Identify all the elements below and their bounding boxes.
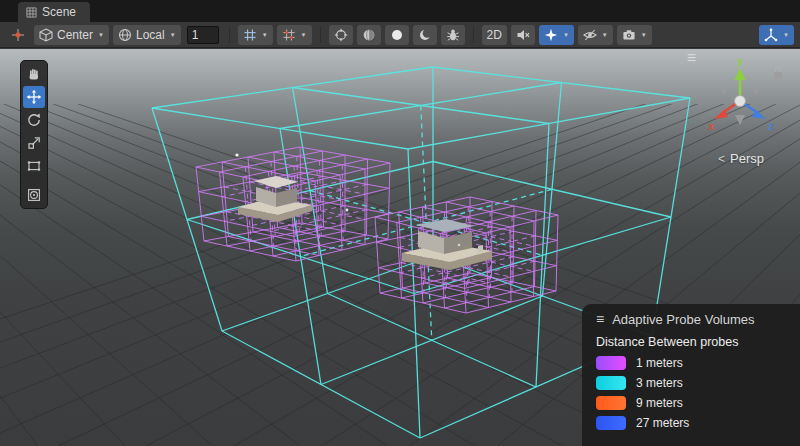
gizmos-toggle-button[interactable]	[329, 25, 353, 45]
legend-label: 1 meters	[636, 356, 683, 370]
debug-button[interactable]	[441, 25, 465, 45]
projection-toggle[interactable]: < Persp	[718, 151, 764, 166]
unity-scene-window: Scene Center ▼ Local ▼	[0, 0, 800, 446]
rotate-icon	[26, 112, 42, 128]
adaptive-probe-volumes-panel: ≡ Adaptive Probe Volumes Distance Betwee…	[582, 304, 800, 446]
legend-row: 27 meters	[596, 416, 786, 430]
toolbar-separator	[229, 27, 230, 43]
rotate-tool-button[interactable]	[23, 109, 45, 131]
scene-lighting-button[interactable]	[385, 25, 409, 45]
grid-tab-icon	[26, 7, 37, 18]
axis-orientation-gizmo[interactable]: y x z	[704, 55, 788, 139]
scale-tool-button[interactable]	[23, 132, 45, 154]
axis-label-z: z	[769, 121, 774, 132]
pivot-mode-label: Center	[57, 25, 93, 45]
chevron-down-icon: ▼	[170, 32, 176, 38]
legend-swatch	[596, 356, 626, 370]
probe-panel-header[interactable]: ≡ Adaptive Probe Volumes	[582, 304, 800, 332]
camera-overlay-dropdown[interactable]: ▼	[617, 25, 652, 45]
legend-label: 27 meters	[636, 416, 689, 430]
snap-settings-dropdown[interactable]: ▼	[277, 25, 312, 45]
axis-tripod-icon	[764, 28, 778, 42]
scene-visibility-dropdown[interactable]: ▼	[578, 25, 613, 45]
legend-swatch	[596, 416, 626, 430]
tool-settings-icon	[11, 28, 25, 42]
rect-icon	[26, 158, 42, 174]
snap-grid-icon	[282, 28, 296, 42]
legend-row: 9 meters	[596, 396, 786, 410]
hand-tool-button[interactable]	[23, 63, 45, 85]
orientation-label: Local	[136, 25, 165, 45]
snap-increment-input[interactable]	[187, 26, 219, 44]
2d-mode-label: 2D	[487, 25, 502, 45]
effects-dropdown[interactable]: ▼	[539, 25, 574, 45]
sparkle-icon	[544, 28, 558, 42]
tool-palette-divider	[23, 178, 45, 183]
rect-tool-button[interactable]	[23, 155, 45, 177]
light-sphere-icon	[390, 28, 404, 42]
probe-legend: 1 meters3 meters9 meters27 meters	[582, 356, 800, 430]
axis-label-x: x	[708, 121, 714, 132]
shading-mode-button[interactable]	[357, 25, 381, 45]
scene-viewport[interactable]: ≡	[0, 49, 800, 446]
tool-palette	[20, 60, 48, 209]
tab-bar: Scene	[0, 0, 800, 22]
audio-mute-button[interactable]	[511, 25, 535, 45]
chevron-down-icon: ▼	[301, 32, 307, 38]
scene-toolbar: Center ▼ Local ▼ ▼	[0, 22, 800, 48]
chevron-down-icon: ▼	[641, 32, 647, 38]
grid-axis-icon	[243, 28, 257, 42]
legend-swatch	[596, 376, 626, 390]
2d-mode-button[interactable]: 2D	[482, 25, 507, 45]
overlay-menu-handle[interactable]: ≡	[687, 49, 696, 67]
pivot-mode-dropdown[interactable]: Center ▼	[34, 25, 109, 45]
shaded-sphere-icon	[362, 28, 376, 42]
legend-label: 3 meters	[636, 376, 683, 390]
chevron-down-icon: ▼	[783, 32, 789, 38]
scale-icon	[26, 135, 42, 151]
grid-visibility-dropdown[interactable]: ▼	[238, 25, 273, 45]
probe-panel-title: Adaptive Probe Volumes	[612, 312, 754, 327]
tab-scene[interactable]: Scene	[18, 2, 90, 22]
toolbar-separator	[473, 27, 474, 43]
cube-icon	[39, 28, 53, 42]
camera-icon	[622, 28, 636, 42]
circle-crosshair-icon	[334, 28, 348, 42]
lighting-off-button[interactable]	[413, 25, 437, 45]
legend-row: 3 meters	[596, 376, 786, 390]
legend-label: 9 meters	[636, 396, 683, 410]
menu-icon[interactable]: ≡	[596, 311, 604, 327]
chevron-down-icon: ▼	[262, 32, 268, 38]
chevron-left-icon: <	[718, 152, 725, 166]
hand-icon	[26, 66, 42, 82]
projection-label: Persp	[730, 151, 764, 166]
move-icon	[26, 89, 42, 105]
chevron-down-icon: ▼	[98, 32, 104, 38]
tool-settings-button[interactable]	[6, 25, 30, 45]
move-tool-button[interactable]	[23, 86, 45, 108]
scene-gizmo-dropdown[interactable]: ▼	[759, 25, 794, 45]
moon-icon	[418, 28, 432, 42]
probe-panel-subtitle: Distance Between probes	[582, 332, 800, 356]
legend-swatch	[596, 396, 626, 410]
eye-slash-icon	[583, 28, 597, 42]
toolbar-separator	[320, 27, 321, 43]
globe-icon	[118, 28, 132, 42]
chevron-down-icon: ▼	[563, 32, 569, 38]
axis-label-y: y	[737, 56, 743, 67]
bug-icon	[446, 28, 460, 42]
transform-tool-button[interactable]	[23, 184, 45, 206]
axis-gizmo-graphic: y x z	[704, 55, 788, 139]
orientation-dropdown[interactable]: Local ▼	[113, 25, 181, 45]
tab-label: Scene	[42, 5, 76, 19]
chevron-down-icon: ▼	[602, 32, 608, 38]
transform-icon	[26, 187, 42, 203]
legend-row: 1 meters	[596, 356, 786, 370]
speaker-muted-icon	[516, 28, 530, 42]
